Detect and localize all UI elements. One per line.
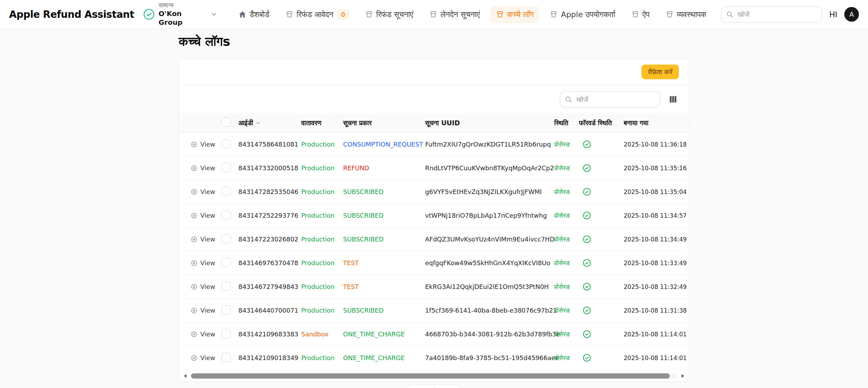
row-checkbox[interactable] [222, 187, 231, 196]
scroll-right-button[interactable] [679, 373, 686, 379]
view-link[interactable]: View [191, 212, 222, 219]
notification-uuid: 1f5cf369-6141-40ba-8beb-e38076c97b21 [425, 307, 554, 314]
row-checkbox[interactable] [222, 163, 231, 172]
view-link[interactable]: View [191, 188, 222, 195]
log-id: 843146976370478 [238, 259, 301, 267]
table-search [560, 91, 660, 107]
environment: Production [301, 164, 343, 172]
eye-icon [191, 212, 198, 219]
table-row: View 843142109683383 Sandbox ONE_TIME_CH… [179, 322, 689, 346]
table-row: View 843142109018349 Production ONE_TIME… [179, 346, 689, 370]
nav-item-raw-logs[interactable]: कच्चे लॉग [490, 6, 540, 23]
nav-item-apps[interactable]: ऐप [626, 6, 655, 23]
table-search-input[interactable] [560, 91, 660, 107]
row-checkbox[interactable] [222, 210, 231, 219]
nav-item-apple-users[interactable]: Apple उपयोगकर्ता [544, 6, 621, 23]
status-badge: प्रोसेस्ड [554, 188, 579, 196]
nav-item-refund-notifications[interactable]: रिफंड सूचनाएं [359, 6, 419, 23]
tenant-category: सामान्य [158, 2, 207, 9]
check-circle-icon [583, 330, 591, 338]
scroll-left-button[interactable] [182, 373, 189, 379]
col-status-header: स्थिति [554, 119, 579, 127]
topbar-search-input[interactable] [721, 6, 822, 23]
nav-item-refund-applications[interactable]: रिफंड आवेदन 0 [280, 6, 355, 23]
eye-icon [191, 165, 198, 172]
check-circle-icon [583, 140, 591, 149]
col-id-header[interactable]: आईडी [238, 119, 301, 127]
notification-uuid: vtWPNj18riO7BpLbAp17nCep9Yfntwhg [425, 212, 554, 219]
pagination-next-button[interactable] [434, 385, 460, 388]
environment: Production [301, 188, 343, 195]
table-row: View 843146976370478 Production TEST eqf… [179, 251, 689, 275]
notification-type: SUBSCRIBED [343, 188, 425, 195]
forward-status [579, 235, 624, 244]
row-checkbox[interactable] [222, 305, 231, 314]
notification-type: TEST [343, 283, 425, 290]
notification-type: ONE_TIME_CHARGE [343, 354, 425, 361]
col-type-header: सूचना प्रकार [343, 119, 425, 127]
col-forward-status-header: फॉरवर्ड स्थिति [579, 119, 624, 127]
check-circle-icon [583, 235, 591, 244]
arrow-right-icon [680, 373, 685, 379]
environment: Production [301, 354, 343, 361]
check-circle-icon [583, 187, 591, 196]
log-id: 843147332000518 [238, 164, 301, 172]
notification-type: TEST [343, 259, 425, 267]
main-content: कच्चे लॉगs रीफ्रेश करें आईडी [179, 29, 689, 388]
view-link[interactable]: View [191, 307, 222, 314]
check-circle-icon [583, 306, 591, 315]
eye-icon [191, 188, 198, 195]
view-link[interactable]: View [191, 283, 222, 290]
environment: Production [301, 259, 343, 267]
view-link[interactable]: View [191, 354, 222, 361]
col-uuid-header: सूचना UUID [425, 119, 554, 127]
eye-icon [191, 283, 198, 290]
notification-uuid: g6VYF5vEtHEvZq3NJZILKXgufrJjFWMI [425, 188, 554, 195]
row-checkbox[interactable] [222, 353, 231, 362]
environment: Production [301, 212, 343, 219]
avatar[interactable]: A [844, 7, 859, 22]
column-settings-button[interactable] [667, 94, 679, 105]
table-toolbar [179, 85, 689, 113]
created-at: 2025-10-08 11:35:04 [624, 188, 687, 195]
view-link[interactable]: View [191, 259, 222, 267]
row-checkbox[interactable] [222, 258, 231, 267]
archive-box-icon [666, 10, 674, 18]
log-id: 843142109018349 [238, 354, 301, 361]
main-nav: डैशबोर्ड रिफंड आवेदन 0 रिफंड सूचनाएं लेन… [233, 6, 712, 23]
view-link[interactable]: View [191, 141, 222, 148]
archive-box-icon [365, 10, 373, 18]
created-at: 2025-10-08 11:34:57 [624, 212, 687, 219]
refresh-button[interactable]: रीफ्रेश करें [641, 65, 679, 79]
select-all-checkbox[interactable] [222, 118, 231, 127]
log-id: 843147223026802 [238, 236, 301, 243]
archive-box-icon [285, 10, 294, 18]
row-checkbox[interactable] [222, 282, 231, 291]
pagination-prev-button[interactable] [408, 385, 435, 388]
nav-item-dashboard[interactable]: डैशबोर्ड [233, 6, 275, 23]
row-checkbox[interactable] [222, 139, 231, 148]
environment: Sandbox [301, 330, 343, 338]
notification-type: SUBSCRIBED [343, 236, 425, 243]
environment: Production [301, 283, 343, 290]
language-toggle[interactable]: HI [829, 10, 837, 19]
view-link[interactable]: View [191, 164, 222, 172]
row-checkbox[interactable] [222, 234, 231, 243]
nav-item-transaction-notifications[interactable]: लेनदेन सूचनाएं [424, 6, 485, 23]
row-checkbox[interactable] [222, 329, 231, 338]
topbar-search [721, 6, 822, 23]
arrow-left-icon [183, 373, 188, 379]
notification-type: ONE_TIME_CHARGE [343, 330, 425, 338]
app-logo: Apple Refund Assistant [9, 9, 134, 20]
log-id: 843147252293776 [238, 212, 301, 219]
scrollbar-track[interactable] [191, 373, 677, 379]
tenant-selector[interactable]: सामान्य O'Kon Group [143, 2, 217, 27]
eye-icon [191, 236, 198, 243]
view-link[interactable]: View [191, 330, 222, 338]
created-at: 2025-10-08 11:33:49 [624, 260, 687, 267]
view-link[interactable]: View [191, 236, 222, 243]
forward-status [579, 164, 624, 172]
nav-item-admin[interactable]: व्यवस्थापक [660, 6, 712, 23]
scrollbar-thumb[interactable] [191, 373, 670, 379]
table-row: View 843147252293776 Production SUBSCRIB… [179, 204, 689, 227]
